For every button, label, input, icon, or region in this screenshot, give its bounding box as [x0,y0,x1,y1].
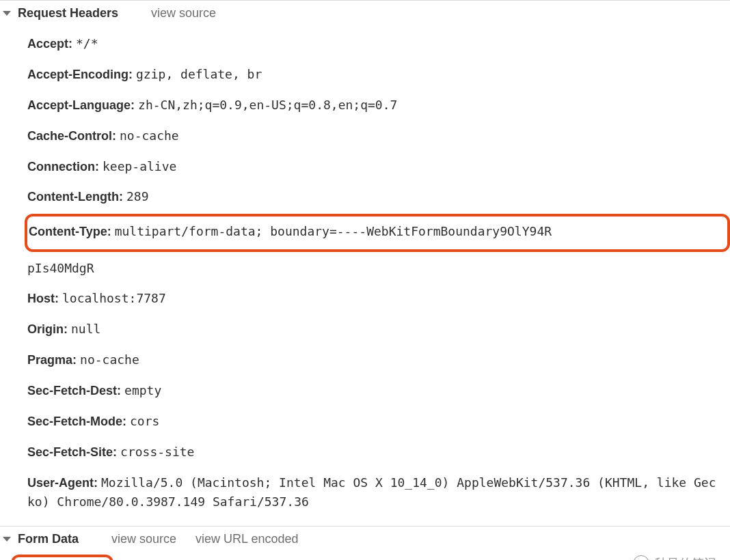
view-source-link[interactable]: view source [111,532,176,546]
header-value-continuation: pIs40MdgR [27,261,94,275]
header-row-accept: Accept: */* [27,29,730,59]
header-name: User-Agent: [27,476,98,490]
header-value: zh-CN,zh;q=0.9,en-US;q=0.8,en;q=0.7 [138,98,397,112]
header-value: cors [130,414,159,428]
header-value: cross-site [120,445,194,459]
collapse-triangle-icon[interactable] [3,537,11,542]
header-row-content-type-continuation: pIs40MdgR [27,253,730,283]
header-name: Content-Length: [27,190,123,204]
view-url-encoded-link[interactable]: view URL encoded [195,532,298,546]
header-value: no-cache [120,128,179,143]
header-value: no-cache [80,352,139,367]
header-name: Origin: [27,322,68,336]
header-name: Cache-Control: [27,129,116,143]
header-value: empty [124,383,161,397]
header-row-cache-control: Cache-Control: no-cache [27,121,730,152]
form-data-title: Form Data [18,532,79,546]
header-value: keep-alive [103,159,176,173]
header-name: Content-Type: [29,225,111,238]
header-value: Mozilla/5.0 (Macintosh; Intel Mac OS X 1… [27,475,716,509]
header-row-accept-language: Accept-Language: zh-CN,zh;q=0.9,en-US;q=… [27,90,730,121]
request-headers-section-header: Request Headers view source [0,0,730,26]
watermark-text: 秋风的笔记 [655,555,716,560]
header-row-content-length: Content-Length: 289 [27,182,730,212]
header-value: gzip, deflate, br [136,67,262,81]
header-name: Pragma: [27,353,77,367]
header-row-content-type: Content-Type: multipart/form-data; bound… [29,219,723,247]
header-row-sec-fetch-site: Sec-Fetch-Site: cross-site [27,437,730,468]
content-type-highlight: Content-Type: multipart/form-data; bound… [25,214,730,252]
header-row-connection: Connection: keep-alive [27,152,730,182]
header-name: Accept-Language: [27,98,135,112]
request-headers-title: Request Headers [18,6,118,20]
header-row-sec-fetch-mode: Sec-Fetch-Mode: cors [27,406,730,437]
wechat-icon: ✿ [633,555,649,560]
header-row-user-agent: User-Agent: Mozilla/5.0 (Macintosh; Inte… [27,468,730,518]
header-row-host: Host: localhost:7787 [27,283,730,314]
header-name: Sec-Fetch-Dest: [27,384,121,397]
form-data-row-file: file: (binary) [15,557,103,560]
view-source-link[interactable]: view source [151,6,216,20]
form-data-file-highlight: file: (binary) [11,555,113,560]
header-name: Accept-Encoding: [27,68,133,81]
header-row-pragma: Pragma: no-cache [27,345,730,376]
header-value: multipart/form-data; boundary=----WebKit… [115,224,552,238]
header-name: Sec-Fetch-Mode: [27,415,126,428]
header-name: Accept: [27,37,72,51]
header-value: localhost:7787 [62,291,166,305]
header-name: Host: [27,292,59,305]
header-value: null [71,322,100,336]
header-value: */* [76,36,98,51]
header-row-origin: Origin: null [27,314,730,345]
request-headers-list: Accept: */* Accept-Encoding: gzip, defla… [0,26,730,526]
collapse-triangle-icon[interactable] [3,11,11,16]
header-row-sec-fetch-dest: Sec-Fetch-Dest: empty [27,376,730,406]
form-data-section-header: Form Data view source view URL encoded [0,526,730,552]
header-row-accept-encoding: Accept-Encoding: gzip, deflate, br [27,59,730,90]
header-name: Sec-Fetch-Site: [27,445,117,459]
form-data-list: file: (binary) [0,552,730,560]
watermark: ✿ 秋风的笔记 [633,555,716,560]
header-value: 289 [126,189,149,204]
header-name: Connection: [27,160,99,173]
